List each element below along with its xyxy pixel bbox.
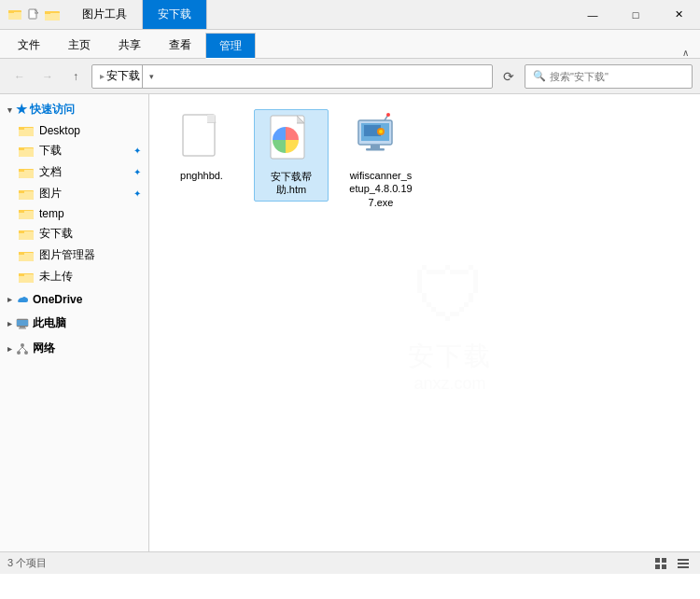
file-item-anxiazai-help[interactable]: 安下载帮助.htm	[254, 109, 329, 202]
sidebar-item-documents[interactable]: 文档 ✦	[0, 161, 148, 183]
forward-button[interactable]: →	[35, 64, 60, 89]
view-icon-list[interactable]	[674, 554, 693, 573]
maximize-button[interactable]: □	[614, 0, 657, 30]
sidebar-section-network: ▸ 网络	[0, 337, 148, 360]
sidebar-item-desktop[interactable]: Desktop	[0, 121, 148, 140]
file-area: 🛡 安下载 anxz.com pnghhbd.	[149, 94, 700, 551]
address-dropdown-button[interactable]: ▾	[142, 64, 161, 89]
address-input[interactable]: ▸ 安下载 ▾	[91, 64, 493, 89]
ribbon-tab-home[interactable]: 主页	[54, 32, 105, 58]
ribbon: 文件 主页 共享 查看 管理 ∧	[0, 30, 700, 59]
sidebar-item-pictures[interactable]: 图片 ✦	[0, 183, 148, 204]
svg-rect-55	[655, 564, 660, 569]
sidebar-item-temp[interactable]: temp	[0, 204, 148, 223]
back-button[interactable]: ←	[7, 64, 32, 89]
ribbon-tab-manage[interactable]: 管理	[205, 33, 256, 59]
title-tab-anxiazai[interactable]: 安下载	[143, 0, 207, 29]
title-bar-controls: — □ ✕	[571, 0, 700, 29]
status-bar: 3 个项目	[0, 551, 700, 574]
view-icon-grid[interactable]	[651, 554, 670, 573]
search-box[interactable]: 🔍	[525, 64, 693, 89]
file-icon-htm	[265, 114, 317, 166]
svg-line-39	[22, 347, 26, 351]
svg-rect-5	[45, 13, 60, 21]
ribbon-tab-file[interactable]: 文件	[4, 32, 54, 58]
sidebar-item-picmanager[interactable]: 图片管理器	[0, 244, 148, 266]
sidebar-item-notupload[interactable]: 未上传	[0, 266, 148, 287]
svg-rect-9	[19, 127, 24, 130]
svg-rect-33	[20, 327, 25, 328]
file-icon-exe	[355, 113, 407, 165]
svg-rect-49	[371, 145, 380, 148]
folder-icon	[45, 7, 60, 22]
svg-rect-53	[655, 558, 660, 563]
file-name: wifiscanner_setup_4.8.0.197.exe	[347, 169, 414, 209]
doc-icon	[26, 7, 41, 22]
svg-rect-32	[17, 320, 28, 326]
svg-rect-6	[45, 11, 50, 14]
sidebar-section-thispc: ▸ 此电脑	[0, 312, 148, 335]
svg-rect-41	[207, 115, 215, 122]
file-name: 安下载帮助.htm	[259, 170, 324, 197]
sidebar-header-network[interactable]: ▸ 网络	[0, 337, 148, 360]
sidebar-section-onedrive: ▸ OneDrive	[0, 289, 148, 310]
svg-line-38	[19, 347, 22, 351]
watermark-text: 安下载	[408, 339, 492, 374]
svg-rect-34	[19, 327, 26, 328]
minimize-button[interactable]: —	[571, 0, 614, 30]
up-button[interactable]: ↑	[63, 64, 88, 89]
ribbon-expand-button[interactable]: ∧	[675, 48, 696, 58]
svg-rect-50	[366, 148, 385, 151]
refresh-button[interactable]: ⟳	[497, 64, 521, 89]
sidebar-item-label: 网络	[33, 341, 55, 356]
title-tab-tupiangongju[interactable]: 图片工具	[67, 0, 143, 29]
file-icon-blank	[175, 113, 228, 165]
folder-icon	[19, 271, 34, 284]
sidebar-item-anxiazai[interactable]: 安下载	[0, 223, 148, 244]
sidebar-item-label: Desktop	[39, 124, 80, 137]
close-button[interactable]: ✕	[657, 0, 700, 30]
sidebar-item-download[interactable]: 下载 ✦	[0, 140, 148, 161]
status-count: 3 个项目	[7, 556, 47, 570]
svg-rect-56	[662, 564, 666, 569]
folder-icon	[19, 145, 34, 158]
file-item-wifiscanner[interactable]: wifiscanner_setup_4.8.0.197.exe	[343, 109, 418, 213]
sidebar-item-label: 此电脑	[33, 315, 66, 331]
svg-rect-59	[678, 566, 689, 568]
pin-icon: ✦	[133, 188, 141, 199]
search-icon: 🔍	[533, 70, 546, 82]
folder-icon	[19, 228, 34, 241]
svg-rect-18	[19, 190, 24, 193]
sidebar-header-onedrive[interactable]: ▸ OneDrive	[0, 289, 148, 310]
svg-rect-27	[19, 252, 24, 255]
pin-icon: ✦	[133, 146, 141, 156]
svg-point-48	[379, 130, 383, 133]
ribbon-tab-view[interactable]: 查看	[155, 32, 205, 58]
svg-rect-57	[678, 559, 689, 561]
svg-rect-1	[8, 12, 21, 20]
svg-rect-2	[8, 10, 14, 13]
file-item-pnghhbd[interactable]: pnghhbd.	[164, 109, 239, 186]
main-layout: ▾ ★ 快速访问 Desktop 下载 ✦ 文档 ✦ 图片 ✦	[0, 94, 700, 551]
file-name: pnghhbd.	[180, 169, 223, 182]
sidebar-item-label: 图片管理器	[39, 247, 95, 263]
svg-rect-15	[19, 169, 24, 172]
watermark-subtext: anxz.com	[413, 374, 485, 394]
address-path: 安下载	[106, 68, 140, 84]
sidebar-header-quick-access[interactable]: ▾ ★ 快速访问	[0, 98, 148, 121]
ribbon-tab-share[interactable]: 共享	[105, 32, 155, 58]
sidebar-section-quick-access: ▾ ★ 快速访问 Desktop 下载 ✦ 文档 ✦ 图片 ✦	[0, 98, 148, 287]
address-bar: ← → ↑ ▸ 安下载 ▾ ⟳ 🔍	[0, 59, 700, 94]
pin-icon: ✦	[133, 167, 141, 177]
folder-icon	[19, 188, 34, 201]
svg-point-52	[386, 113, 390, 117]
sidebar-item-label: OneDrive	[33, 293, 82, 306]
svg-point-36	[17, 351, 21, 355]
svg-point-37	[24, 351, 28, 355]
sidebar-header-thispc[interactable]: ▸ 此电脑	[0, 312, 148, 335]
svg-rect-24	[19, 230, 24, 233]
search-input[interactable]	[550, 71, 684, 82]
ribbon-tabs: 文件 主页 共享 查看 管理 ∧	[0, 30, 700, 58]
folder-icon	[19, 207, 34, 220]
sidebar-item-label: temp	[39, 207, 64, 220]
